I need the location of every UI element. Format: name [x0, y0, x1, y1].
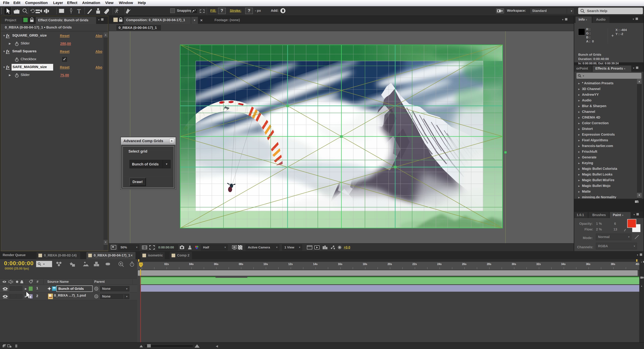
svg-text:T: T: [77, 8, 81, 14]
